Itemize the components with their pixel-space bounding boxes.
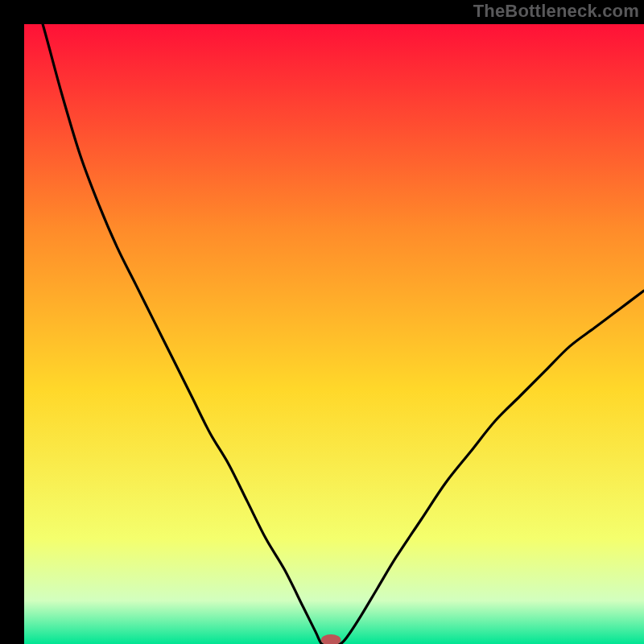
bottleneck-chart xyxy=(24,24,644,644)
chart-frame: TheBottleneck.com xyxy=(0,0,644,644)
watermark-text: TheBottleneck.com xyxy=(473,1,639,22)
gradient-background xyxy=(24,24,644,644)
plot-area xyxy=(24,24,644,644)
